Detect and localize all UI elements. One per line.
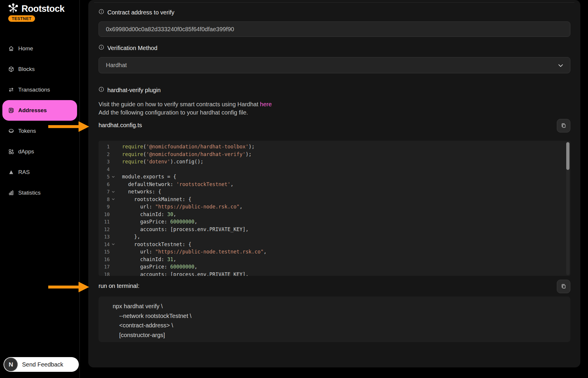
- code-line: 12 accounts: [process.env.PRIVATE_KEY],: [99, 226, 570, 233]
- fold-chevron-icon: [110, 218, 117, 226]
- code-line: 18 accounts: [process.env.PRIVATE_KEY],: [99, 271, 570, 276]
- fold-chevron-icon: [110, 158, 117, 166]
- code-line: 14 rootstockTestnet: {: [99, 241, 570, 248]
- contract-address-label: Contract address to verify: [107, 9, 174, 16]
- section-divider: [94, 2, 574, 3]
- sidebar-item-addresses[interactable]: Addresses: [2, 100, 77, 121]
- sidebar-item-label: Addresses: [18, 107, 47, 114]
- code-lines: 1require('@nomicfoundation/hardhat-toolb…: [99, 143, 570, 276]
- feedback-label: Send Feedback: [22, 361, 63, 368]
- sidebar-item-label: RAS: [18, 169, 30, 175]
- guide-here-link[interactable]: here: [260, 101, 272, 107]
- sidebar-item-statistics[interactable]: Statistics: [0, 183, 79, 203]
- sidebar-item-transactions[interactable]: Transactions: [0, 79, 79, 100]
- logo[interactable]: Rootstock: [8, 2, 64, 15]
- verification-method-select[interactable]: Hardhat: [99, 57, 570, 73]
- terminal-command-block: npx hardhat verify \ --network rootstock…: [99, 296, 570, 342]
- chevron-down-icon: [558, 62, 563, 69]
- sidebar: Rootstock TESTNET Home Blocks: [0, 0, 79, 378]
- fold-chevron-icon[interactable]: [110, 173, 117, 181]
- brand-name: Rootstock: [21, 4, 64, 14]
- sidebar-divider: [79, 0, 80, 378]
- code-line: 6 defaultNetwork: 'rootstockTestnet',: [99, 181, 570, 188]
- fold-chevron-icon: [110, 203, 117, 211]
- fold-chevron-icon: [110, 226, 117, 233]
- copy-command-button[interactable]: [557, 280, 570, 293]
- sidebar-item-ras[interactable]: RAS: [0, 162, 79, 183]
- terminal-line: --network rootstockTestnet \: [113, 311, 570, 321]
- home-icon: [8, 46, 14, 52]
- feedback-avatar: N: [4, 358, 18, 371]
- code-line: 7 networks: {: [99, 188, 570, 196]
- sidebar-item-label: Statistics: [18, 190, 41, 196]
- testnet-badge: TESTNET: [8, 15, 35, 22]
- config-file-title: hardhat.config.ts: [99, 122, 142, 129]
- fold-chevron-icon: [110, 271, 117, 276]
- terminal-line: npx hardhat verify \: [113, 301, 570, 311]
- contract-address-label-row: Contract address to verify: [99, 9, 174, 16]
- copy-config-button[interactable]: [557, 119, 570, 132]
- sidebar-item-label: Blocks: [18, 66, 35, 72]
- info-icon[interactable]: [99, 44, 104, 52]
- code-line: 4: [99, 166, 570, 173]
- fold-chevron-icon[interactable]: [110, 241, 117, 248]
- fold-chevron-icon[interactable]: [110, 188, 117, 196]
- annotation-arrow-terminal: [48, 281, 89, 293]
- code-line: 16 chainId: 31,: [99, 256, 570, 263]
- sidebar-item-label: dApps: [18, 148, 34, 155]
- fold-chevron-icon: [110, 211, 117, 218]
- sidebar-item-label: Home: [18, 45, 33, 52]
- transfer-arrows-icon: [8, 87, 14, 93]
- contract-address-input[interactable]: [99, 21, 570, 37]
- code-line: 11 gasPrice: 60000000,: [99, 218, 570, 226]
- page: Rootstock TESTNET Home Blocks: [0, 0, 588, 378]
- copy-icon: [561, 283, 567, 290]
- address-book-icon: [8, 107, 14, 113]
- sidebar-item-blocks[interactable]: Blocks: [0, 59, 79, 79]
- fold-chevron-icon: [110, 256, 117, 263]
- info-icon[interactable]: [99, 9, 104, 16]
- code-line: 2require('@nomicfoundation/hardhat-verif…: [99, 151, 570, 158]
- fold-chevron-icon[interactable]: [110, 196, 117, 203]
- code-scrollbar-thumb[interactable]: [566, 142, 569, 170]
- fold-chevron-icon: [110, 181, 117, 188]
- verification-method-label: Verification Method: [107, 45, 157, 52]
- triangle-icon: [8, 169, 14, 175]
- sidebar-item-label: Transactions: [18, 87, 50, 93]
- coin-icon: [8, 128, 14, 134]
- fold-chevron-icon: [110, 166, 117, 173]
- cube-icon: [8, 66, 14, 72]
- send-feedback-button[interactable]: N Send Feedback: [4, 357, 79, 372]
- rootstock-flower-icon: [8, 2, 19, 15]
- plugin-title: hardhat-verify plugin: [107, 87, 161, 94]
- code-line: 3require('dotenv').config();: [99, 158, 570, 166]
- sidebar-item-home[interactable]: Home: [0, 38, 79, 59]
- fold-chevron-icon: [110, 263, 117, 271]
- plugin-title-row: hardhat-verify plugin: [99, 87, 161, 94]
- terminal-title: run on terminal:: [99, 283, 139, 289]
- config-note: Add the following configuration to your …: [99, 109, 272, 117]
- sidebar-item-dapps[interactable]: dApps: [0, 141, 79, 162]
- code-line: 1require('@nomicfoundation/hardhat-toolb…: [99, 143, 570, 151]
- sidebar-item-label: Tokens: [18, 128, 36, 134]
- code-line: 10 chainId: 30,: [99, 211, 570, 218]
- info-icon[interactable]: [99, 87, 104, 94]
- bar-chart-icon: [8, 190, 14, 196]
- code-line: 13 },: [99, 233, 570, 241]
- hardhat-config-code-block[interactable]: 1require('@nomicfoundation/hardhat-toolb…: [99, 141, 570, 276]
- fold-chevron-icon: [110, 233, 117, 241]
- fold-chevron-icon: [110, 248, 117, 256]
- code-line: 9 url: "https://public-node.rsk.co",: [99, 203, 570, 211]
- annotation-arrow-config: [48, 121, 89, 132]
- code-line: 5module.exports = {: [99, 173, 570, 181]
- apps-grid-icon: [8, 149, 14, 155]
- guide-line: Visit the guide on how to verify smart c…: [99, 100, 272, 109]
- sidebar-nav: Home Blocks Transactions: [0, 38, 79, 203]
- verification-method-value: Hardhat: [106, 62, 127, 69]
- code-line: 17 gasPrice: 60000000,: [99, 263, 570, 271]
- terminal-line: [constructor-args]: [113, 330, 570, 340]
- code-line: 8 rootstockMainnet: {: [99, 196, 570, 203]
- plugin-description: Visit the guide on how to verify smart c…: [99, 100, 272, 117]
- fold-chevron-icon: [110, 151, 117, 158]
- terminal-lines: npx hardhat verify \ --network rootstock…: [113, 301, 570, 340]
